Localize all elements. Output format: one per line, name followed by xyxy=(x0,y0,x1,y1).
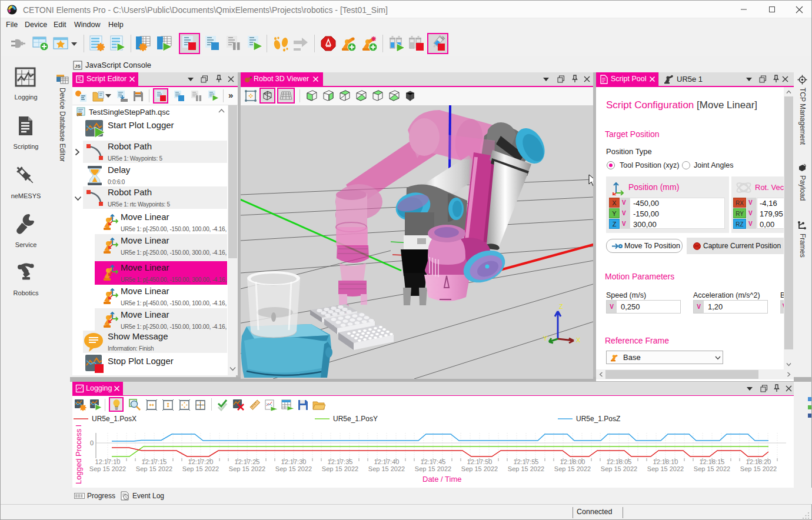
svg-text:Sep 15 2022: Sep 15 2022 xyxy=(229,465,265,472)
svg-text:12:17:45: 12:17:45 xyxy=(421,458,446,465)
svg-text:Z: Z xyxy=(559,303,563,310)
svg-text:Sep 15 2022: Sep 15 2022 xyxy=(415,465,451,472)
svg-text:12:17:10: 12:17:10 xyxy=(95,458,121,465)
svg-text:12:18:15: 12:18:15 xyxy=(700,458,725,465)
svg-text:12:18:00: 12:18:00 xyxy=(560,458,585,465)
svg-text:Sep 15 2022: Sep 15 2022 xyxy=(740,465,777,472)
svg-text:12:18:20: 12:18:20 xyxy=(746,458,771,465)
svg-text:Sep 15 2022: Sep 15 2022 xyxy=(647,465,684,472)
svg-text:Sep 15 2022: Sep 15 2022 xyxy=(136,465,172,472)
svg-text:12:17:30: 12:17:30 xyxy=(281,458,307,465)
svg-text:12:18:05: 12:18:05 xyxy=(607,458,632,465)
svg-text:Sep 15 2022: Sep 15 2022 xyxy=(601,465,637,472)
svg-text:Sep 15 2022: Sep 15 2022 xyxy=(368,465,405,472)
svg-text:12:18:10: 12:18:10 xyxy=(653,458,678,465)
svg-text:Sep 15 2022: Sep 15 2022 xyxy=(89,465,126,472)
svg-text:X: X xyxy=(576,336,581,344)
svg-text:12:17:15: 12:17:15 xyxy=(142,458,167,465)
svg-text:12:17:50: 12:17:50 xyxy=(467,458,492,465)
svg-text:Sep 15 2022: Sep 15 2022 xyxy=(508,465,544,472)
svg-text:12:17:20: 12:17:20 xyxy=(188,458,214,465)
svg-text:12:17:55: 12:17:55 xyxy=(514,458,539,465)
svg-text:Sep 15 2022: Sep 15 2022 xyxy=(554,465,591,472)
svg-text:Y: Y xyxy=(543,335,548,342)
svg-text:Sep 15 2022: Sep 15 2022 xyxy=(322,465,358,472)
svg-text:JS: JS xyxy=(75,64,81,69)
svg-text:12:17:35: 12:17:35 xyxy=(328,458,353,465)
svg-text:Sep 15 2022: Sep 15 2022 xyxy=(182,465,219,472)
svg-text:QSC: QSC xyxy=(76,114,83,116)
svg-text:12:17:40: 12:17:40 xyxy=(374,458,400,465)
svg-text:0: 0 xyxy=(90,439,94,446)
svg-text:Sep 15 2022: Sep 15 2022 xyxy=(275,465,312,472)
svg-text:Sep 15 2022: Sep 15 2022 xyxy=(461,465,498,472)
svg-text:12:17:25: 12:17:25 xyxy=(235,458,260,465)
svg-text:Sep 15 2022: Sep 15 2022 xyxy=(694,465,730,472)
